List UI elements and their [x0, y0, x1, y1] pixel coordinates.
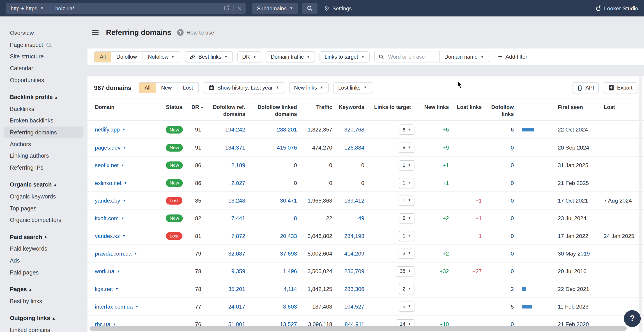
- column-header-keywords[interactable]: Keywords: [334, 104, 366, 111]
- column-header-lost[interactable]: Lost: [602, 104, 644, 111]
- export-button[interactable]: Export: [604, 82, 638, 93]
- cell-dofollow-ref-domains[interactable]: 7,872: [206, 233, 246, 239]
- chevron-down-icon[interactable]: ▼: [124, 181, 127, 184]
- cell-new-links[interactable]: +9: [416, 144, 450, 150]
- segment-all[interactable]: All: [94, 52, 111, 62]
- domain-traffic-filter[interactable]: Domain traffic ▼: [266, 51, 315, 62]
- domain-link[interactable]: pravda.com.ua: [95, 250, 132, 256]
- links-to-target-dropdown[interactable]: 2▼: [399, 284, 414, 294]
- cell-lost-links[interactable]: −27: [450, 268, 483, 274]
- domain-link[interactable]: yandex.kz: [95, 233, 120, 239]
- segment-status-all[interactable]: All: [139, 82, 156, 93]
- scope-dropdown[interactable]: Subdomains ▼: [252, 3, 298, 14]
- sidebar-item-best-by-links[interactable]: Best by links: [4, 295, 84, 307]
- search-mode-dropdown[interactable]: Domain name ▼: [440, 52, 489, 62]
- sidebar-item-linking-authors[interactable]: Linking authors: [4, 150, 84, 162]
- cell-keywords[interactable]: 320,768: [334, 126, 366, 132]
- cell-dofollow-linked-domains[interactable]: 8,603: [246, 303, 298, 310]
- vertical-scrollbar[interactable]: [639, 76, 642, 332]
- column-header-traffic[interactable]: Traffic: [298, 104, 334, 111]
- links-to-target-dropdown[interactable]: 3▼: [399, 248, 414, 259]
- cell-dofollow-ref-domains[interactable]: 2,189: [206, 162, 246, 168]
- column-header-lost-links[interactable]: Lost links: [450, 104, 483, 111]
- chevron-down-icon[interactable]: ▼: [134, 252, 137, 255]
- show-history-dropdown[interactable]: Show history: Last year ▼: [204, 82, 284, 93]
- cell-dofollow-ref-domains[interactable]: 134,371: [206, 144, 246, 150]
- domain-link[interactable]: pages.dev: [95, 144, 120, 150]
- domain-link[interactable]: yandex.by: [95, 197, 120, 204]
- sidebar-item-overview[interactable]: Overview: [4, 27, 84, 39]
- cell-dofollow-ref-domains[interactable]: 13,248: [206, 197, 246, 204]
- cell-dofollow-ref-domains[interactable]: 35,201: [206, 286, 246, 292]
- open-external-icon[interactable]: [224, 5, 229, 12]
- domain-link[interactable]: liga.net: [95, 286, 113, 292]
- sidebar-item-top-pages[interactable]: Top pages: [4, 202, 84, 214]
- best-links-filter[interactable]: Best links ▼: [185, 51, 233, 62]
- protocol-dropdown[interactable]: http + https ▼: [6, 3, 49, 14]
- sidebar-section-paid-search[interactable]: Paid search▴: [4, 231, 84, 243]
- cell-keywords[interactable]: 414,209: [334, 250, 366, 256]
- sidebar-item-referring-domains[interactable]: Referring domains: [4, 126, 84, 138]
- cell-keywords[interactable]: 104,527: [334, 303, 366, 310]
- segment-status-lost[interactable]: Lost: [178, 82, 198, 93]
- cell-dofollow-ref-domains[interactable]: 2,027: [206, 180, 246, 186]
- api-button[interactable]: {} API: [573, 82, 599, 93]
- settings-button[interactable]: ⚙ Settings: [324, 5, 352, 11]
- segment-dofollow[interactable]: Dofollow: [111, 52, 143, 62]
- cell-dofollow-linked-domains[interactable]: 8: [246, 215, 298, 221]
- column-header-new-links[interactable]: New links: [416, 104, 450, 111]
- chevron-down-icon[interactable]: ▼: [123, 146, 126, 149]
- url-input[interactable]: holz.ua/ ×: [49, 3, 246, 14]
- column-header-first-seen[interactable]: First seen: [540, 104, 602, 111]
- sidebar-item-paid-pages[interactable]: Paid pages: [4, 266, 84, 278]
- chevron-down-icon[interactable]: ▼: [122, 234, 125, 238]
- links-to-target-dropdown[interactable]: 5▼: [399, 301, 414, 312]
- sidebar-item-backlinks[interactable]: Backlinks: [4, 103, 84, 114]
- cell-dofollow-ref-domains[interactable]: 24,017: [206, 303, 246, 310]
- chevron-down-icon[interactable]: ▼: [117, 269, 120, 273]
- sidebar-item-opportunities[interactable]: Opportunities: [4, 74, 84, 86]
- segment-nofollow[interactable]: Nofollow ▼: [143, 52, 180, 62]
- sidebar-section-outgoing-links[interactable]: Outgoing links▴: [4, 312, 84, 324]
- links-to-target-dropdown[interactable]: 1▼: [399, 231, 414, 241]
- menu-icon[interactable]: [90, 28, 100, 36]
- cell-keywords[interactable]: 236,709: [334, 268, 366, 274]
- chevron-down-icon[interactable]: ▼: [121, 216, 124, 220]
- cell-dofollow-linked-domains[interactable]: 1,496: [246, 268, 298, 274]
- sidebar-item-calendar[interactable]: Calendar: [4, 62, 84, 74]
- cell-lost-links[interactable]: −1: [450, 197, 483, 204]
- cell-new-links[interactable]: +32: [416, 268, 450, 274]
- cell-lost-links[interactable]: −1: [450, 233, 483, 239]
- looker-studio-link[interactable]: Looker Studio: [595, 5, 638, 12]
- cell-dofollow-ref-domains[interactable]: 9,359: [206, 268, 246, 274]
- cell-dofollow-ref-domains[interactable]: 194,242: [206, 126, 246, 132]
- cell-dofollow-ref-domains[interactable]: 7,441: [206, 215, 246, 221]
- sidebar-item-paid-keywords[interactable]: Paid keywords: [4, 243, 84, 255]
- column-header-links-to-target[interactable]: Links to target: [366, 104, 416, 111]
- add-filter-button[interactable]: + Add filter: [494, 51, 532, 62]
- cell-dofollow-linked-domains[interactable]: 288,201: [246, 126, 298, 132]
- cell-keywords[interactable]: 283,306: [334, 286, 366, 292]
- cell-new-links[interactable]: +2: [416, 250, 450, 256]
- links-to-target-dropdown[interactable]: 1▼: [399, 195, 414, 206]
- lost-links-dropdown[interactable]: Lost links ▼: [333, 82, 372, 93]
- cell-new-links[interactable]: +2: [416, 215, 450, 221]
- cell-new-links[interactable]: +1: [416, 162, 450, 168]
- links-to-target-filter[interactable]: Links to target ▼: [320, 51, 370, 62]
- sidebar-section-backlink-profile[interactable]: Backlink profile▴: [4, 91, 84, 103]
- horizontal-scrollbar-thumb[interactable]: [90, 326, 627, 331]
- sidebar-item-linked-domains[interactable]: Linked domains: [4, 324, 84, 332]
- column-header-dofollow-links[interactable]: Dofollowlinks: [483, 104, 540, 118]
- links-to-target-dropdown[interactable]: 6▼: [399, 124, 414, 135]
- cell-new-links[interactable]: +6: [416, 126, 450, 132]
- chevron-down-icon[interactable]: ▼: [115, 287, 118, 290]
- sidebar-item-site-structure[interactable]: Site structure: [4, 50, 84, 62]
- cell-dofollow-linked-domains[interactable]: 20,433: [246, 233, 298, 239]
- cell-dofollow-linked-domains[interactable]: 37,698: [246, 250, 298, 256]
- word-search[interactable]: [374, 52, 440, 62]
- links-to-target-dropdown[interactable]: 2▼: [399, 213, 414, 223]
- sidebar-item-referring-ips[interactable]: Referring IPs: [4, 162, 84, 174]
- links-to-target-dropdown[interactable]: 1▼: [399, 160, 414, 170]
- cell-keywords[interactable]: 284,198: [334, 233, 366, 239]
- sidebar-item-organic-keywords[interactable]: Organic keywords: [4, 190, 84, 202]
